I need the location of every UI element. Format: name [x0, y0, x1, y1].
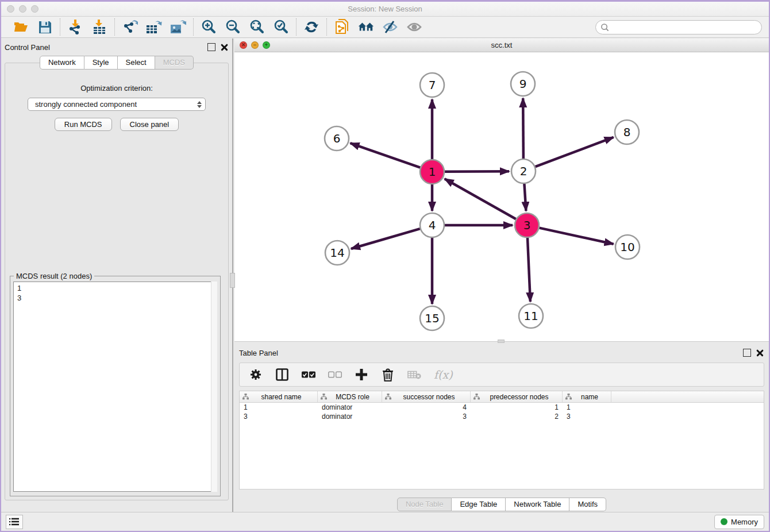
window-titlebar: Session: New Session	[1, 2, 769, 17]
list-icon	[9, 518, 20, 526]
graph-node-6[interactable]: 6	[325, 126, 349, 151]
graph-node-10[interactable]: 10	[615, 235, 640, 259]
search-box[interactable]	[595, 20, 762, 34]
tab-style[interactable]: Style	[84, 56, 118, 70]
run-mcds-button[interactable]: Run MCDS	[55, 118, 112, 131]
memory-button[interactable]: Memory	[714, 515, 764, 529]
graph-node-2[interactable]: 2	[511, 159, 536, 183]
close-panel-icon[interactable]	[221, 43, 229, 51]
function-builder-icon[interactable]: f(x)	[434, 368, 453, 381]
table-row[interactable]: 3dominator323	[240, 412, 764, 421]
mcds-result-list[interactable]: 1 3	[13, 282, 217, 492]
table-cell[interactable]: dominator	[318, 403, 382, 411]
graph-node-8[interactable]: 8	[615, 120, 639, 144]
table-tab-network-table[interactable]: Network Table	[506, 498, 569, 511]
deselect-all-icon[interactable]	[328, 368, 342, 381]
svg-text:1: 1	[429, 165, 436, 179]
column-header-predecessor-nodes[interactable]: predecessor nodes	[471, 391, 563, 402]
graph-node-9[interactable]: 9	[511, 72, 535, 96]
import-table-icon[interactable]	[91, 19, 107, 35]
svg-text:7: 7	[429, 78, 436, 92]
table-tab-motifs[interactable]: Motifs	[569, 498, 606, 511]
network-graph[interactable]: 7968124314101511	[234, 52, 770, 341]
graph-node-7[interactable]: 7	[420, 73, 444, 97]
add-column-icon[interactable]	[355, 368, 368, 381]
table-cell[interactable]: 3	[240, 413, 318, 421]
tab-network[interactable]: Network	[40, 56, 84, 70]
export-network-icon[interactable]	[122, 19, 138, 35]
zoom-fit-icon[interactable]	[249, 19, 265, 35]
zoom-selected-icon[interactable]	[273, 19, 289, 35]
table-cell[interactable]: 4	[382, 403, 471, 411]
table-cell[interactable]: 1	[471, 403, 563, 411]
control-panel: Control Panel NetworkStyleSelectMCDS Opt…	[1, 38, 233, 512]
table-cell[interactable]: 3	[563, 413, 611, 421]
export-image-icon[interactable]	[170, 19, 186, 35]
column-header-successor-nodes[interactable]: successor nodes	[382, 391, 471, 402]
table-tab-node-table[interactable]: Node Table	[397, 498, 452, 511]
edge-1-6[interactable]	[351, 143, 421, 167]
network-window-title: scc.txt	[234, 41, 769, 49]
graph-node-14[interactable]: 14	[325, 241, 349, 265]
first-neighbors-icon[interactable]	[358, 19, 374, 35]
search-input[interactable]	[612, 23, 761, 32]
edge-3-1[interactable]	[445, 179, 516, 219]
save-session-icon[interactable]	[37, 19, 53, 35]
new-network-from-selection-icon[interactable]	[334, 19, 350, 35]
svg-text:10: 10	[620, 240, 634, 254]
window-title: Session: New Session	[1, 5, 769, 13]
delete-column-icon[interactable]	[381, 368, 395, 381]
close-table-panel-icon[interactable]	[756, 349, 764, 357]
table-cell[interactable]: 3	[382, 413, 471, 421]
table-cell[interactable]: dominator	[318, 413, 382, 421]
graph-node-3[interactable]: 3	[515, 213, 539, 237]
close-panel-button[interactable]: Close panel	[120, 118, 179, 131]
select-all-icon[interactable]	[302, 368, 315, 381]
export-table-icon[interactable]	[146, 19, 162, 35]
search-icon	[600, 23, 609, 32]
column-header-name[interactable]: name	[563, 391, 611, 402]
zoom-in-icon[interactable]	[201, 19, 217, 35]
table-tab-edge-table[interactable]: Edge Table	[452, 498, 506, 511]
show-all-icon[interactable]	[406, 19, 422, 35]
table-cell[interactable]: 1	[240, 403, 318, 411]
apply-layout-icon[interactable]	[303, 19, 319, 35]
import-network-icon[interactable]	[67, 19, 83, 35]
tab-mcds[interactable]: MCDS	[155, 56, 194, 70]
selected-criterion: strongly connected component	[35, 100, 197, 109]
zoom-out-icon[interactable]	[225, 19, 241, 35]
network-canvas[interactable]: 7968124314101511	[234, 52, 769, 341]
status-bar: Memory	[1, 512, 769, 531]
graph-node-11[interactable]: 11	[519, 304, 543, 328]
edge-2-9[interactable]	[523, 98, 523, 159]
table-cell[interactable]: 2	[471, 413, 563, 421]
node-table[interactable]: shared nameMCDS rolesuccessor nodesprede…	[239, 391, 764, 489]
edge-2-3[interactable]	[524, 184, 526, 211]
table-settings-icon[interactable]	[249, 368, 263, 381]
edge-4-14[interactable]	[351, 229, 420, 249]
column-header-shared-name[interactable]: shared name	[240, 391, 318, 402]
graph-node-15[interactable]: 15	[420, 306, 444, 330]
table-row[interactable]: 1dominator411	[240, 403, 764, 412]
edge-3-11[interactable]	[528, 238, 530, 302]
optimization-criterion-select[interactable]: strongly connected component	[28, 98, 206, 111]
column-header-MCDS-role[interactable]: MCDS role	[318, 391, 382, 402]
vertical-splitter-handle[interactable]	[230, 273, 235, 288]
float-panel-icon[interactable]	[207, 43, 215, 51]
task-history-button[interactable]	[6, 515, 23, 529]
sort-icon	[321, 394, 327, 400]
result-scrollbar[interactable]	[211, 282, 217, 492]
graph-node-1[interactable]: 1	[420, 160, 444, 184]
edge-3-10[interactable]	[539, 228, 613, 244]
tab-select[interactable]: Select	[118, 56, 155, 70]
edge-2-8[interactable]	[536, 137, 614, 167]
delete-table-icon[interactable]	[407, 368, 421, 381]
show-column-panel-icon[interactable]	[275, 368, 289, 381]
open-file-icon[interactable]	[13, 19, 29, 35]
graph-node-4[interactable]: 4	[420, 213, 444, 237]
svg-text:11: 11	[523, 309, 538, 323]
edge-1-2[interactable]	[445, 171, 509, 172]
hide-selected-icon[interactable]	[382, 19, 398, 35]
float-table-panel-icon[interactable]	[743, 349, 751, 357]
table-cell[interactable]: 1	[563, 403, 611, 411]
